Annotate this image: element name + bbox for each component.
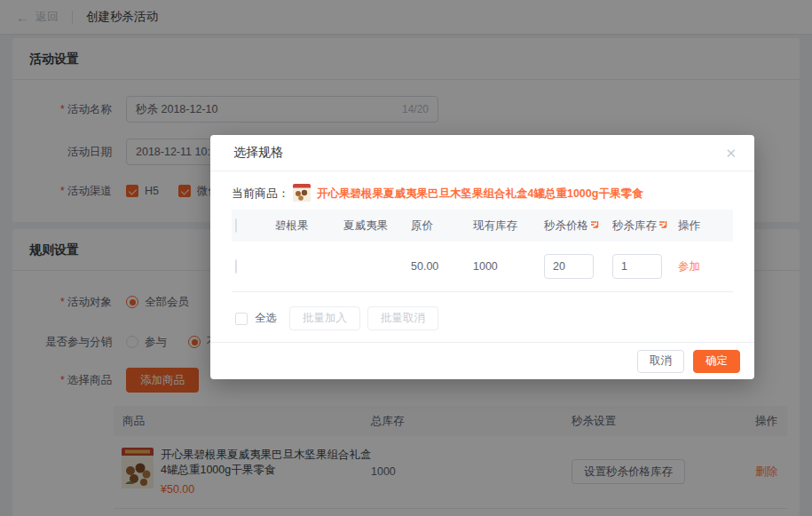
modal-footer: 取消 确定 — [210, 342, 754, 379]
cancel-button[interactable]: 取消 — [637, 350, 684, 373]
col-seckill-stock: 秒杀库存 — [612, 218, 678, 234]
close-icon[interactable]: ✕ — [721, 135, 740, 171]
confirm-button[interactable]: 确定 — [693, 350, 740, 373]
current-product-name: 开心果碧根果夏威夷果巴旦木坚果组合礼盒4罐总重1000g干果零食 — [317, 187, 643, 202]
current-product-row: 当前商品： 开心果碧根果夏威夷果巴旦木坚果组合礼盒4罐总重1000g干果零食 — [232, 184, 733, 203]
current-stock-value: 1000 — [473, 260, 544, 273]
batch-actions-row: 全选 批量加入 批量取消 — [232, 306, 733, 330]
spec-row: 50.00 1000 参加 — [232, 242, 733, 292]
spec-select-modal: 选择规格 ✕ 当前商品： 开心果碧根果夏威夷果巴旦木坚果组合礼盒4罐总重1000… — [210, 135, 754, 379]
seckill-price-input[interactable] — [544, 254, 594, 279]
col-current-stock: 现有库存 — [473, 218, 544, 234]
col-spec1: 碧根果 — [275, 218, 343, 234]
select-all-checkbox[interactable] — [235, 313, 248, 325]
fill-down-icon[interactable] — [590, 220, 600, 233]
join-link[interactable]: 参加 — [678, 260, 700, 273]
current-product-thumbnail — [293, 184, 311, 204]
seckill-stock-input[interactable] — [612, 254, 662, 279]
app-window: ← 返回 创建秒杀活动 活动设置 活动名称 秒杀 2018-12-10 14/2… — [0, 0, 812, 516]
fill-down-icon[interactable] — [658, 220, 668, 233]
col-seckill-price: 秒杀价格 — [544, 218, 612, 234]
spec-table-header: 碧根果 夏威夷果 原价 现有库存 秒杀价格 秒杀库存 操作 — [232, 210, 733, 242]
original-price-value: 50.00 — [411, 260, 473, 273]
current-product-label: 当前商品： — [232, 186, 289, 202]
spec-row-checkbox[interactable] — [235, 259, 237, 274]
col-original-price: 原价 — [411, 218, 473, 234]
col-action: 操作 — [678, 218, 733, 234]
batch-add-button[interactable]: 批量加入 — [289, 306, 360, 330]
col-spec2: 夏威夷果 — [343, 218, 411, 234]
select-all-header-checkbox[interactable] — [235, 218, 237, 233]
modal-header: 选择规格 ✕ — [210, 135, 754, 171]
modal-body: 当前商品： 开心果碧根果夏威夷果巴旦木坚果组合礼盒4罐总重1000g干果零食 碧… — [210, 184, 754, 330]
select-all-label: 全选 — [255, 311, 277, 326]
modal-title: 选择规格 — [233, 145, 283, 161]
batch-cancel-button[interactable]: 批量取消 — [367, 306, 438, 330]
